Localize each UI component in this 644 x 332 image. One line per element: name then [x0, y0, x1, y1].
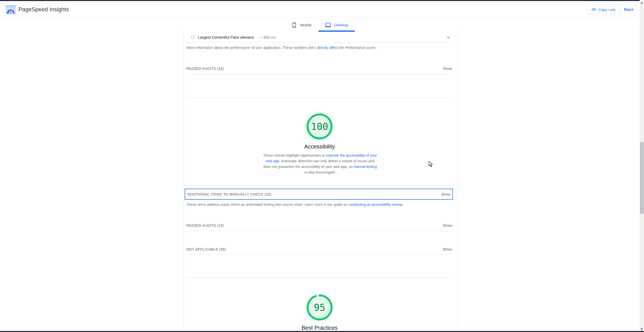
tab-mobile-label: Mobile: [300, 23, 311, 27]
desktop-icon: [325, 22, 331, 28]
group-header-additional-items-manual-check[interactable]: ADDITIONAL ITEMS TO MANUALLY CHECK (10) …: [185, 189, 453, 200]
mouse-cursor: [428, 161, 433, 167]
copy-link-button[interactable]: Copy Link: [587, 5, 620, 14]
section-divider: [186, 278, 452, 278]
scrollbar-down-arrow[interactable]: [641, 328, 643, 330]
section-divider: [186, 98, 452, 98]
tab-desktop[interactable]: Desktop: [318, 18, 355, 32]
desc-text: These checks highlight opportunities to: [263, 153, 326, 157]
performance-note: More information about the performance o…: [186, 45, 450, 50]
manual-check-note: These items address areas which an autom…: [186, 202, 450, 207]
pagespeed-logo-icon: [6, 5, 16, 14]
note-text: .: [402, 202, 403, 207]
audit-value: — 990 ms: [258, 35, 276, 39]
group-header-passed-audits-performance: PASSED AUDITS (34) Show: [186, 63, 452, 74]
note-text: More information about the performance o…: [186, 46, 317, 50]
page-title: PageSpeed Insights: [18, 6, 69, 13]
scrollbar-thumb[interactable]: [640, 142, 644, 214]
vertical-scrollbar[interactable]: [640, 0, 644, 332]
best-practices-score-value: 95: [307, 294, 333, 320]
tab-mobile[interactable]: Mobile: [285, 18, 318, 32]
best-practices-section-title: Best Practices: [243, 325, 396, 331]
group-header-not-applicable: NOT APPLICABLE (46) Show: [186, 244, 452, 255]
docs-link[interactable]: Docs: [624, 7, 634, 12]
window-bottom-edge: [0, 331, 644, 332]
accessibility-score-value: 100: [307, 113, 333, 140]
audit-label: Largest Contentful Paint element: [198, 35, 254, 39]
report-column: [184, 32, 458, 332]
note-text: These items address areas which an autom…: [186, 202, 349, 207]
active-tab-indicator: [318, 30, 355, 32]
link-icon: [591, 7, 596, 12]
show-toggle[interactable]: Show: [443, 67, 452, 71]
chevron-down-icon[interactable]: [446, 34, 451, 40]
accessibility-description: These checks highlight opportunities to …: [262, 153, 378, 175]
app-header: PageSpeed Insights Copy Link Docs: [0, 1, 644, 18]
note-text: the Performance score.: [338, 46, 376, 50]
manual-testing-link[interactable]: manual testing: [354, 165, 377, 169]
scrollbar-up-arrow[interactable]: [641, 2, 643, 4]
group-label: PASSED AUDITS (15): [186, 223, 224, 228]
accessibility-review-link[interactable]: conducting an accessibility review: [349, 202, 402, 207]
tab-desktop-label: Desktop: [334, 23, 348, 27]
mobile-icon: [291, 22, 297, 28]
show-toggle[interactable]: Show: [443, 223, 452, 228]
accessibility-section-title: Accessibility: [243, 143, 396, 150]
accessibility-score-gauge: 100: [307, 113, 333, 140]
directly-affect-link[interactable]: directly affect: [317, 46, 338, 50]
informative-circle-icon: [191, 36, 194, 39]
best-practices-score-gauge: 95: [307, 294, 333, 320]
pagespeed-insights-page: PageSpeed Insights Copy Link Docs Mobile…: [0, 0, 644, 332]
group-label: ADDITIONAL ITEMS TO MANUALLY CHECK (10): [187, 192, 271, 196]
desc-text: is also encouraged.: [304, 170, 335, 174]
device-tabbar: Mobile Desktop: [0, 18, 640, 32]
copy-link-label: Copy Link: [598, 7, 616, 12]
group-label: PASSED AUDITS (34): [186, 67, 224, 71]
group-header-passed-audits-accessibility: PASSED AUDITS (15) Show: [186, 220, 452, 231]
show-toggle[interactable]: Show: [443, 247, 452, 251]
show-toggle[interactable]: Show: [441, 192, 450, 196]
group-label: NOT APPLICABLE (46): [186, 247, 226, 251]
audit-row-largest-contentful-paint[interactable]: Largest Contentful Paint element — 990 m…: [186, 32, 452, 42]
